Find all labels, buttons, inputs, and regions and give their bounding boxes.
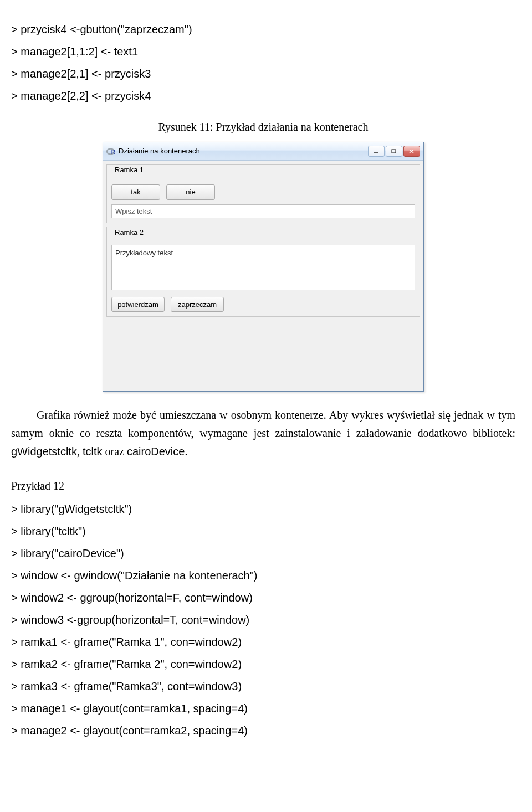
close-button[interactable]	[403, 146, 420, 157]
para-text: ,	[77, 445, 83, 458]
code-line: > manage2[2,2] <- przycisk4	[11, 86, 515, 105]
window-title: Działanie na kontenerach	[119, 146, 368, 157]
empty-area	[106, 320, 420, 388]
code-line: > manage2[1,1:2] <- text1	[11, 42, 515, 61]
para-text: oraz	[103, 445, 127, 458]
minimize-button[interactable]	[368, 146, 385, 157]
ramka1-frame: Ramka 1 tak nie	[106, 164, 420, 223]
example-label: Przykład 12	[11, 477, 515, 494]
svg-rect-3	[392, 150, 396, 153]
potwierdzam-button[interactable]: potwierdzam	[111, 297, 165, 312]
r-app-icon: R	[106, 147, 115, 156]
zaprzeczam-button[interactable]: zaprzeczam	[171, 297, 224, 312]
nie-button[interactable]: nie	[166, 184, 215, 200]
body-paragraph: Grafika również może być umieszczana w o…	[11, 406, 515, 461]
code-line: > manage2 <- glayout(cont=ramka2, spacin…	[11, 721, 515, 740]
ramka2-frame: Ramka 2 Przykładowy tekst potwierdzam za…	[106, 227, 420, 317]
figure-caption: Rysunek 11: Przykład działania na konten…	[11, 119, 515, 135]
tak-button[interactable]: tak	[111, 184, 160, 200]
code-line: > library("gWidgetstcltk")	[11, 500, 515, 518]
code-line: > window3 <-ggroup(horizontal=T, cont=wi…	[11, 610, 515, 629]
window-controls	[368, 146, 420, 157]
code-line: > window <- gwindow("Działanie na konten…	[11, 566, 515, 585]
code-line: > manage2[2,1] <- przycisk3	[11, 64, 515, 83]
code-block-top: > przycisk4 <-gbutton("zaprzeczam") > ma…	[11, 20, 515, 105]
lib-name: cairoDevice	[127, 445, 185, 458]
window-body: Ramka 1 tak nie Ramka 2 Przykładowy teks…	[103, 161, 423, 391]
svg-text:R: R	[111, 149, 115, 155]
code-line: > library("cairoDevice")	[11, 544, 515, 563]
code-line: > library("tcltk")	[11, 522, 515, 541]
code-block-bottom: > library("gWidgetstcltk") > library("tc…	[11, 500, 515, 740]
code-line: > window2 <- ggroup(horizontal=F, cont=w…	[11, 588, 515, 607]
lib-name: tcltk	[83, 445, 103, 458]
code-line: > ramka3 <- gframe("Ramka3", cont=window…	[11, 677, 515, 696]
code-line: > ramka1 <- gframe("Ramka 1", con=window…	[11, 633, 515, 651]
code-line: > manage1 <- glayout(cont=ramka1, spacin…	[11, 699, 515, 718]
list-area[interactable]: Przykładowy tekst	[111, 245, 415, 290]
lib-name: gWidgetstcltk	[11, 445, 77, 458]
para-text: .	[185, 445, 187, 458]
code-line: > przycisk4 <-gbutton("zaprzeczam")	[11, 20, 515, 39]
maximize-button[interactable]	[386, 146, 402, 157]
screenshot-window: R Działanie na kontenerach Ramka 1 tak n…	[103, 142, 424, 392]
code-line: > ramka2 <- gframe("Ramka 2", con=window…	[11, 655, 515, 674]
ramka2-legend: Ramka 2	[112, 227, 146, 238]
para-text: Grafika również może być umieszczana w o…	[11, 409, 515, 439]
ramka1-legend: Ramka 1	[112, 165, 146, 176]
text-input[interactable]	[111, 204, 415, 218]
title-bar: R Działanie na kontenerach	[103, 142, 423, 161]
